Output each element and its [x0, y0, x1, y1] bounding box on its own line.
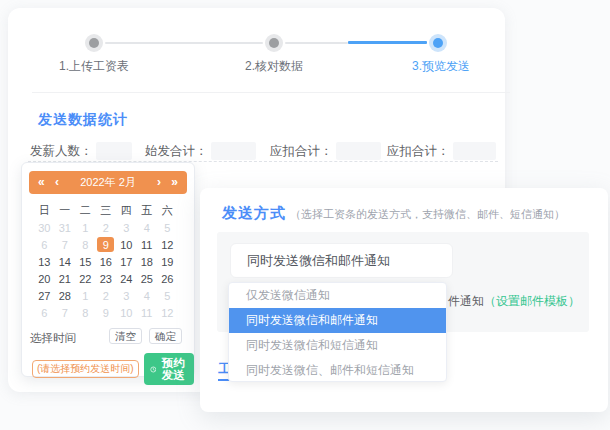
- step3-dot: [429, 34, 447, 52]
- calendar-day[interactable]: 20: [36, 271, 53, 286]
- covered-option-fragment: 件通知: [448, 294, 484, 308]
- calendar-month-title: 2022年 2月: [29, 175, 187, 190]
- dropdown-option-wechat-only[interactable]: 仅发送微信通知: [229, 283, 446, 308]
- stat-value-box: [96, 142, 132, 160]
- calendar-day[interactable]: 2: [97, 220, 114, 235]
- schedule-send-button[interactable]: 预约发送: [144, 353, 194, 385]
- calendar-day[interactable]: 10: [118, 237, 135, 252]
- stat-label: 应扣合计：: [270, 143, 333, 160]
- prev-month-icon[interactable]: ‹: [55, 171, 59, 194]
- weekday: 一: [55, 203, 76, 217]
- calendar-day[interactable]: 27: [36, 288, 53, 303]
- calendar-day[interactable]: 23: [97, 271, 114, 286]
- send-method-select[interactable]: 同时发送微信和邮件通知: [230, 243, 453, 278]
- step-connector-2-blue: [348, 41, 427, 44]
- weekday: 四: [116, 203, 137, 217]
- calendar-header: « ‹ 2022年 2月 › »: [29, 171, 187, 194]
- calendar-day[interactable]: 9: [97, 305, 114, 320]
- stats-section-title: 发送数据统计: [38, 111, 128, 129]
- calendar-grid: 3031123456789101112131415161718192021222…: [34, 219, 178, 321]
- step2-dot: [265, 34, 283, 52]
- calendar-day[interactable]: 28: [56, 288, 73, 303]
- set-email-template-link[interactable]: （设置邮件模板）: [484, 294, 580, 308]
- next-year-icon[interactable]: »: [171, 171, 178, 194]
- calendar-day[interactable]: 26: [159, 271, 176, 286]
- calendar-day[interactable]: 14: [56, 254, 73, 269]
- calendar-day[interactable]: 4: [138, 288, 155, 303]
- calendar-day[interactable]: 5: [159, 288, 176, 303]
- stat-label: 发薪人数：: [30, 143, 93, 160]
- step3-label[interactable]: 3.预览发送: [401, 58, 481, 75]
- select-time-label: 选择时间: [30, 331, 76, 346]
- stat-value-box: [453, 142, 496, 160]
- dropdown-option-wechat-sms[interactable]: 同时发送微信和短信通知: [229, 333, 446, 358]
- calendar-day[interactable]: 12: [159, 237, 176, 252]
- calendar-day[interactable]: 3: [118, 220, 135, 235]
- calendar-day[interactable]: 9: [97, 237, 114, 252]
- calendar-day[interactable]: 6: [36, 305, 53, 320]
- calendar-day[interactable]: 19: [159, 254, 176, 269]
- dropdown-option-wechat-email-sms[interactable]: 同时发送微信、邮件和短信通知: [229, 358, 446, 382]
- panel-caption: （选择工资条的发送方式，支持微信、邮件、短信通知）: [290, 207, 565, 222]
- weekday: 五: [137, 203, 158, 217]
- send-method-dropdown: 仅发送微信通知 同时发送微信和邮件通知 同时发送微信和短信通知 同时发送微信、邮…: [228, 282, 447, 382]
- schedule-time-hint: (请选择预约发送时间): [32, 360, 139, 378]
- panel-title: 发送方式: [222, 204, 286, 223]
- stat-paid-count: 发薪人数：: [30, 142, 132, 160]
- confirm-button[interactable]: 确定: [149, 328, 182, 344]
- clear-button[interactable]: 清空: [109, 328, 142, 344]
- calendar-day[interactable]: 8: [77, 237, 94, 252]
- step1-label[interactable]: 1.上传工资表: [54, 58, 134, 75]
- calendar-day[interactable]: 1: [77, 288, 94, 303]
- stat-label: 始发合计：: [145, 143, 208, 160]
- covered-option-text: 件通知（设置邮件模板）: [448, 293, 580, 310]
- section-divider: [32, 92, 510, 93]
- step1-dot: [85, 34, 103, 52]
- stat-value-box: [336, 142, 381, 160]
- calendar-day[interactable]: 31: [56, 220, 73, 235]
- calendar-day[interactable]: 7: [56, 305, 73, 320]
- calendar-day[interactable]: 21: [56, 271, 73, 286]
- calendar-day[interactable]: 5: [159, 220, 176, 235]
- calendar-day[interactable]: 11: [138, 237, 155, 252]
- send-method-panel: 发送方式 （选择工资条的发送方式，支持微信、邮件、短信通知） 件通知（设置邮件模…: [200, 188, 608, 412]
- calendar-day[interactable]: 17: [118, 254, 135, 269]
- calendar-day[interactable]: 15: [77, 254, 94, 269]
- calendar-day[interactable]: 8: [77, 305, 94, 320]
- stat-value-box: [211, 142, 256, 160]
- calendar-day[interactable]: 30: [36, 220, 53, 235]
- dropdown-option-wechat-email[interactable]: 同时发送微信和邮件通知: [229, 308, 446, 333]
- prev-year-icon[interactable]: «: [38, 171, 45, 194]
- calendar-day[interactable]: 1: [77, 220, 94, 235]
- step-connector-2-gray: [285, 42, 348, 44]
- calendar-day[interactable]: 16: [97, 254, 114, 269]
- calendar-day[interactable]: 4: [138, 220, 155, 235]
- calendar-day[interactable]: 2: [97, 288, 114, 303]
- calendar-day[interactable]: 3: [118, 288, 135, 303]
- weekday-row: 日 一 二 三 四 五 六: [34, 203, 178, 217]
- stat-gross-total: 始发合计：: [145, 142, 256, 160]
- calendar-day[interactable]: 13: [36, 254, 53, 269]
- calendar-day[interactable]: 24: [118, 271, 135, 286]
- step2-label[interactable]: 2.核对数据: [239, 58, 309, 75]
- weekday: 二: [75, 203, 96, 217]
- calendar-day[interactable]: 12: [159, 305, 176, 320]
- calendar-day[interactable]: 6: [36, 237, 53, 252]
- clock-icon: [150, 364, 157, 375]
- stat-deduct-total-1: 应扣合计：: [270, 142, 381, 160]
- step-connector-1: [105, 42, 263, 44]
- calendar-day[interactable]: 7: [56, 237, 73, 252]
- stat-deduct-total-2: 应扣合计：: [387, 142, 496, 160]
- calendar-day[interactable]: 18: [138, 254, 155, 269]
- calendar-day[interactable]: 25: [138, 271, 155, 286]
- calendar-day[interactable]: 22: [77, 271, 94, 286]
- weekday: 日: [34, 203, 55, 217]
- weekday: 三: [96, 203, 117, 217]
- date-picker-popup: « ‹ 2022年 2月 › » 日 一 二 三 四 五 六 303112345…: [21, 162, 195, 377]
- next-month-icon[interactable]: ›: [157, 171, 161, 194]
- calendar-day[interactable]: 11: [138, 305, 155, 320]
- weekday: 六: [157, 203, 178, 217]
- calendar-day[interactable]: 10: [118, 305, 135, 320]
- schedule-send-label: 预约发送: [159, 357, 187, 381]
- stat-label: 应扣合计：: [387, 143, 450, 160]
